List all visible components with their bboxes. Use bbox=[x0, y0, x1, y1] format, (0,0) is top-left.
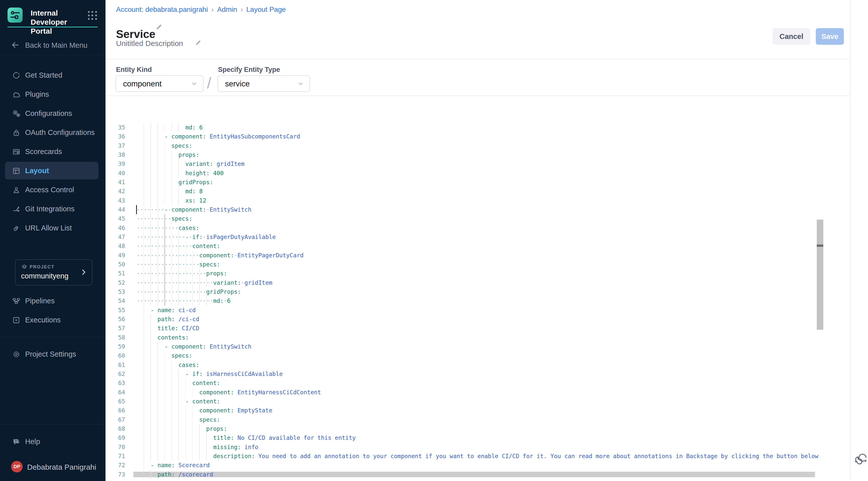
breadcrumb-link[interactable]: Layout Page bbox=[246, 5, 286, 13]
executions-icon bbox=[12, 316, 21, 325]
entity-type-select[interactable]: service bbox=[217, 76, 310, 92]
sidebar-item-executions[interactable]: Executions bbox=[5, 311, 98, 329]
line-number: 67 bbox=[105, 415, 125, 424]
code-line: specs: bbox=[136, 141, 192, 151]
yaml-value: EntitySwitch bbox=[210, 343, 251, 350]
yaml-key: specs bbox=[171, 143, 189, 149]
edit-title-pencil-icon[interactable] bbox=[155, 23, 163, 32]
leading-whitespace bbox=[136, 434, 213, 441]
sidebar-item-oauth-configurations[interactable]: OAuth Configurations bbox=[5, 124, 98, 141]
oauth-configurations-icon bbox=[12, 128, 21, 138]
line-number: 73 bbox=[105, 470, 125, 479]
code-line: component: EntityHarnessCiCdContent bbox=[136, 388, 321, 397]
yaml-key: if bbox=[192, 234, 199, 240]
code-line: variant: gridItem bbox=[136, 159, 244, 169]
line-number: 71 bbox=[105, 452, 125, 461]
yaml-key: gridProps bbox=[206, 289, 238, 295]
yaml-key: specs bbox=[199, 261, 217, 268]
code-line: ····················props: bbox=[136, 269, 227, 278]
line-number: 51 bbox=[105, 269, 125, 278]
leading-whitespace: ········ bbox=[136, 206, 164, 213]
yaml-code-editor[interactable]: 35 md: 636 - component: EntityHasSubcomp… bbox=[105, 96, 850, 481]
sidebar-item-label: Scorecards bbox=[25, 148, 62, 156]
code-line: component: EmptyState bbox=[136, 406, 272, 415]
leading-whitespace: ············ bbox=[136, 225, 178, 231]
code-line: missing: info bbox=[136, 443, 258, 452]
sidebar-item-configurations[interactable]: Configurations bbox=[5, 104, 98, 122]
vertical-scrollbar[interactable] bbox=[817, 220, 823, 330]
sidebar-item-git-integrations[interactable]: Git Integrations bbox=[5, 200, 98, 218]
save-button[interactable]: Save bbox=[816, 28, 844, 45]
yaml-value: 12 bbox=[199, 197, 206, 204]
app-switcher-grid-icon[interactable] bbox=[88, 11, 97, 20]
sidebar-item-url-allow-list[interactable]: URL Allow List bbox=[5, 219, 98, 237]
code-line: ··············-·if:·isPagerDutyAvailable bbox=[136, 233, 276, 242]
breadcrumb-link[interactable]: Account: debabrata.panigrahi bbox=[116, 5, 208, 13]
sidebar-item-label: Git Integrations bbox=[25, 205, 74, 213]
leading-whitespace bbox=[136, 453, 213, 459]
code-line: ················content: bbox=[136, 241, 220, 251]
plugins-icon bbox=[12, 90, 21, 100]
help-item[interactable]: ? Help bbox=[5, 433, 98, 450]
line-number: 66 bbox=[105, 406, 125, 415]
leading-whitespace bbox=[136, 197, 185, 204]
code-line: - content: bbox=[136, 397, 220, 406]
user-avatar[interactable]: DP bbox=[11, 461, 23, 473]
back-to-main-menu[interactable]: Back to Main Menu bbox=[0, 37, 105, 53]
leading-whitespace bbox=[136, 307, 150, 313]
yaml-key: title bbox=[213, 434, 230, 441]
line-number: 52 bbox=[105, 278, 125, 288]
yaml-key: component bbox=[172, 343, 203, 350]
line-number: 54 bbox=[105, 296, 125, 306]
yaml-dash: - bbox=[185, 234, 189, 240]
yaml-dash: - bbox=[150, 462, 154, 469]
line-number: 41 bbox=[105, 178, 125, 187]
configurations-icon bbox=[12, 109, 21, 119]
yaml-value: 400 bbox=[213, 170, 224, 176]
code-line: md: 6 bbox=[136, 123, 203, 132]
yaml-value: ci-cd bbox=[178, 307, 196, 313]
sidebar-item-pipelines[interactable]: Pipelines bbox=[5, 292, 98, 310]
breadcrumb-link[interactable]: Admin bbox=[217, 5, 237, 13]
app-header: Internal Developer Portal bbox=[7, 7, 98, 24]
line-number: 55 bbox=[105, 306, 125, 315]
code-line: ··················component:·EntityPager… bbox=[136, 251, 304, 260]
code-lines-viewport: 35 md: 636 - component: EntityHasSubcomp… bbox=[105, 96, 821, 481]
yaml-key: xs bbox=[185, 197, 192, 204]
edit-description-pencil-icon[interactable] bbox=[195, 39, 202, 47]
leading-whitespace bbox=[136, 133, 164, 140]
yaml-key: content bbox=[192, 380, 217, 386]
leading-whitespace bbox=[136, 380, 192, 386]
entity-kind-label: Entity Kind bbox=[116, 66, 152, 73]
sidebar-item-plugins[interactable]: Plugins bbox=[5, 85, 98, 103]
sidebar-item-project-settings[interactable]: Project Settings bbox=[5, 345, 98, 363]
yaml-key: component bbox=[199, 389, 230, 396]
leading-whitespace: ·············· bbox=[136, 234, 185, 240]
line-number: 37 bbox=[105, 141, 125, 151]
entity-kind-select[interactable]: component bbox=[116, 76, 204, 92]
code-line: description: You need to add an annotati… bbox=[136, 452, 818, 461]
support-chat-icon[interactable] bbox=[854, 451, 868, 468]
leading-whitespace bbox=[136, 170, 185, 176]
code-line: title: No CI/CD available for this entit… bbox=[136, 433, 355, 443]
sidebar-item-get-started[interactable]: Get Started bbox=[5, 66, 98, 84]
code-line: ············cases: bbox=[136, 223, 199, 233]
sidebar-item-scorecards[interactable]: Scorecards bbox=[5, 143, 98, 160]
back-label: Back to Main Menu bbox=[25, 41, 87, 50]
project-selector[interactable]: PROJECT communityeng bbox=[15, 259, 92, 285]
project-label: PROJECT bbox=[30, 264, 55, 270]
leading-whitespace bbox=[136, 371, 185, 377]
yaml-key: variant bbox=[213, 279, 238, 286]
sidebar-item-layout[interactable]: Layout bbox=[5, 162, 98, 179]
cancel-button[interactable]: Cancel bbox=[773, 28, 810, 45]
sidebar-item-access-control[interactable]: Access Control bbox=[5, 181, 98, 199]
app-root: { "sidebar": { "app_title": "Internal De… bbox=[0, 0, 868, 481]
sidebar-item-label: Executions bbox=[25, 316, 61, 324]
leading-whitespace bbox=[136, 316, 157, 323]
line-number: 44 bbox=[105, 205, 125, 214]
yaml-dash: - bbox=[185, 398, 189, 404]
yaml-key: props bbox=[178, 152, 196, 158]
yaml-key: specs bbox=[171, 215, 189, 222]
user-name[interactable]: Debabrata Panigrahi bbox=[27, 463, 96, 472]
yaml-value: info bbox=[244, 444, 258, 450]
